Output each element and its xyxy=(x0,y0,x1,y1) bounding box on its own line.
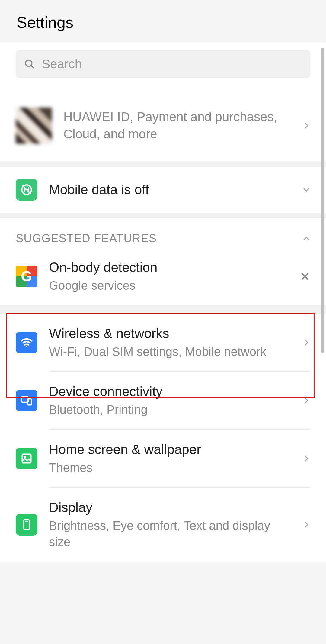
search-container xyxy=(0,42,326,92)
chevron-up-icon xyxy=(302,235,310,243)
menu-title: Device connectivity xyxy=(49,383,291,400)
menu-title: Display xyxy=(49,499,291,516)
menu-sub: Bluetooth, Printing xyxy=(49,401,291,418)
close-icon[interactable] xyxy=(299,271,310,282)
chevron-right-icon xyxy=(302,397,310,404)
menu-device-connectivity[interactable]: Device connectivity Bluetooth, Printing xyxy=(0,372,326,430)
google-icon xyxy=(16,266,37,287)
svg-rect-9 xyxy=(22,454,31,463)
mobile-data-off-icon xyxy=(16,179,37,201)
display-icon xyxy=(16,514,37,536)
svg-point-0 xyxy=(26,60,32,66)
chevron-right-icon xyxy=(302,455,310,462)
search-input[interactable] xyxy=(42,57,302,71)
page-title: Settings xyxy=(17,13,309,31)
chevron-right-icon xyxy=(302,122,310,130)
menu-display[interactable]: Display Brightness, Eye comfort, Text an… xyxy=(0,488,326,562)
menu-sub: Brightness, Eye comfort, Text and displa… xyxy=(49,517,291,550)
page-header: Settings xyxy=(0,0,326,42)
mobile-data-row[interactable]: Mobile data is off xyxy=(0,167,326,213)
suggested-features-header[interactable]: SUGGESTED FEATURES xyxy=(0,218,326,251)
suggested-feature-row[interactable]: On-body detection Google services xyxy=(0,251,326,305)
mobile-data-title: Mobile data is off xyxy=(49,182,291,197)
svg-point-6 xyxy=(26,346,27,347)
account-text: HUAWEI ID, Payment and purchases, Cloud,… xyxy=(63,108,291,143)
chevron-right-icon xyxy=(302,339,310,346)
divider xyxy=(0,213,326,218)
svg-point-10 xyxy=(24,456,26,458)
menu-sub: Themes xyxy=(49,459,291,476)
account-row[interactable]: HUAWEI ID, Payment and purchases, Cloud,… xyxy=(0,92,326,161)
search-box[interactable] xyxy=(16,50,310,78)
menu-home-wallpaper[interactable]: Home screen & wallpaper Themes xyxy=(0,430,326,488)
wallpaper-icon xyxy=(16,448,37,469)
avatar xyxy=(16,108,52,144)
chevron-right-icon xyxy=(302,521,310,529)
menu-title: Wireless & networks xyxy=(49,325,291,342)
divider xyxy=(0,305,326,314)
device-connectivity-icon xyxy=(16,390,37,411)
feature-sub: Google services xyxy=(49,277,288,294)
scrollbar[interactable] xyxy=(321,48,324,353)
divider xyxy=(0,161,326,167)
feature-title: On-body detection xyxy=(49,259,288,275)
menu-wireless-networks[interactable]: Wireless & networks Wi-Fi, Dual SIM sett… xyxy=(0,314,326,372)
wifi-icon xyxy=(16,332,37,353)
menu-title: Home screen & wallpaper xyxy=(49,441,291,458)
svg-line-1 xyxy=(31,66,34,68)
menu-sub: Wi-Fi, Dual SIM settings, Mobile network xyxy=(49,343,291,360)
search-icon xyxy=(24,59,35,69)
suggested-features-title: SUGGESTED FEATURES xyxy=(16,232,296,245)
chevron-down-icon xyxy=(302,186,310,194)
